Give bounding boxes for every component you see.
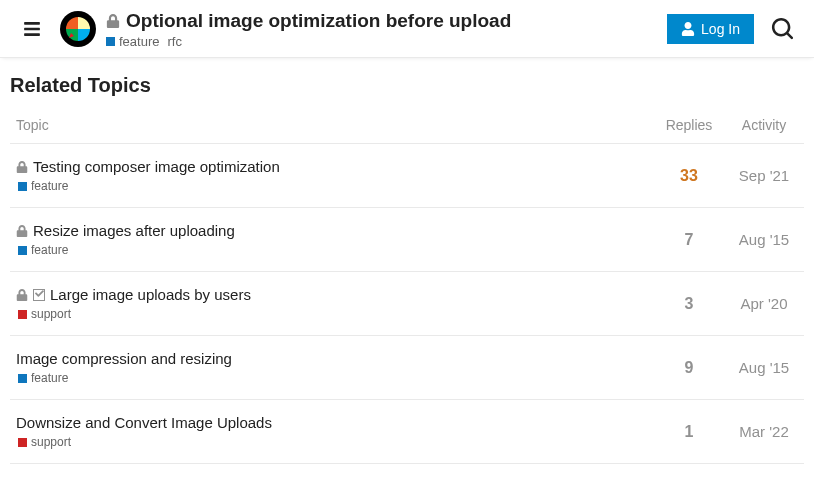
table-row: Downsize and Convert Image Uploadssuppor… [10,400,804,464]
col-header-replies[interactable]: Replies [654,107,724,144]
login-label: Log In [701,21,740,37]
category-name: support [31,307,71,321]
sidebar-toggle-button[interactable] [10,7,54,51]
login-button[interactable]: Log In [667,14,754,44]
col-header-topic[interactable]: Topic [10,107,654,144]
reply-count[interactable]: 9 [654,336,724,400]
site-logo[interactable] [60,11,96,47]
category-badge[interactable]: feature [18,371,648,385]
reply-count[interactable]: 3 [654,272,724,336]
category-color-icon [18,310,27,319]
category-name: feature [31,243,68,257]
activity-date[interactable]: Aug '15 [724,336,804,400]
reply-count[interactable]: 33 [654,144,724,208]
lock-icon [16,161,28,173]
topic-title-block: Optional image optimization before uploa… [106,8,667,49]
user-icon [681,22,695,36]
search-icon [771,18,793,40]
topic-link[interactable]: Testing composer image optimization [33,158,280,175]
reply-count[interactable]: 7 [654,208,724,272]
category-name: support [31,435,71,449]
table-row: Resize images after uploadingfeature7Aug… [10,208,804,272]
category-name: feature [31,179,68,193]
table-row: Image compression and resizingfeature9Au… [10,336,804,400]
category-color-icon [18,246,27,255]
category-badge[interactable]: feature [18,243,648,257]
category-color-icon [18,182,27,191]
hamburger-icon [23,20,41,38]
related-topics-table: Topic Replies Activity Testing composer … [10,107,804,464]
table-row: Large image uploads by userssupport3Apr … [10,272,804,336]
category-badge[interactable]: support [18,435,648,449]
table-row: Testing composer image optimizationfeatu… [10,144,804,208]
lock-icon [106,14,120,28]
category-color-icon [106,37,115,46]
category-color-icon [18,438,27,447]
topic-link[interactable]: Image compression and resizing [16,350,232,367]
category-badge[interactable]: feature [106,34,159,49]
category-color-icon [18,374,27,383]
category-name: feature [119,34,159,49]
section-title: Related Topics [10,74,804,97]
activity-date[interactable]: Aug '15 [724,208,804,272]
category-name: feature [31,371,68,385]
activity-date[interactable]: Sep '21 [724,144,804,208]
col-header-activity[interactable]: Activity [724,107,804,144]
site-header: Optional image optimization before uploa… [0,0,814,58]
lock-icon [16,289,28,301]
topic-link[interactable]: Large image uploads by users [50,286,251,303]
category-badge[interactable]: support [18,307,648,321]
topic-title[interactable]: Optional image optimization before uploa… [126,10,511,32]
lock-icon [16,225,28,237]
search-button[interactable] [760,7,804,51]
topic-link[interactable]: Downsize and Convert Image Uploads [16,414,272,431]
solved-icon [33,289,45,301]
reply-count[interactable]: 1 [654,400,724,464]
activity-date[interactable]: Apr '20 [724,272,804,336]
topic-link[interactable]: Resize images after uploading [33,222,235,239]
category-badge[interactable]: feature [18,179,648,193]
activity-date[interactable]: Mar '22 [724,400,804,464]
tag-rfc[interactable]: rfc [167,34,181,49]
